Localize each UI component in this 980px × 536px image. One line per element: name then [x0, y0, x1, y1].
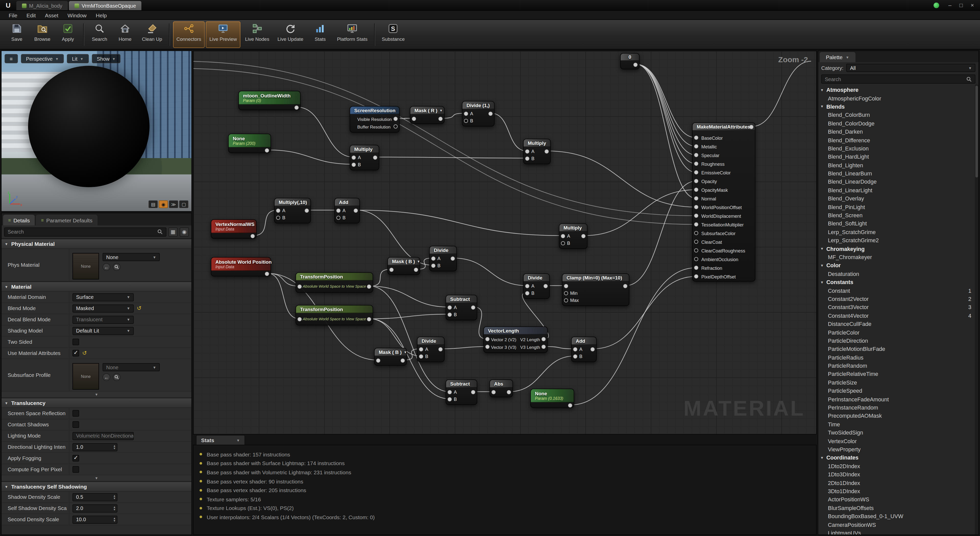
- node-tp2[interactable]: TransformPositionAbsolute World Space to…: [296, 305, 373, 325]
- node-maskb2[interactable]: Mask ( B )▼: [374, 348, 407, 366]
- section-translucency[interactable]: ▼Translucency: [2, 398, 191, 408]
- node-pin[interactable]: [431, 264, 435, 268]
- palette-item-blend-screen[interactable]: Blend_Screen: [818, 211, 978, 220]
- palette-item-actorpositionws[interactable]: ActorPositionWS: [818, 495, 978, 504]
- minimize-button[interactable]: –: [944, 1, 956, 9]
- node-sub1[interactable]: SubtractAB: [445, 295, 477, 320]
- node-pin[interactable]: [694, 222, 698, 227]
- palette-scrollbar[interactable]: [975, 85, 978, 534]
- tab-parameter-defaults[interactable]: ≡Parameter Defaults: [36, 215, 97, 225]
- node-pin[interactable]: [419, 354, 423, 358]
- palette-item-particlesize[interactable]: ParticleSize: [818, 378, 978, 387]
- toolbar-save-button[interactable]: Save: [5, 21, 29, 48]
- category-dropdown[interactable]: All ▼: [846, 64, 975, 72]
- node-pin[interactable]: [438, 117, 442, 121]
- viewport-lit-button[interactable]: Lit▼: [67, 54, 89, 63]
- node-maskr[interactable]: Mask ( R )▼: [410, 106, 445, 124]
- node-pin[interactable]: [419, 347, 423, 351]
- node-mul_b[interactable]: MultiplyAB: [523, 139, 551, 164]
- node-veclen[interactable]: VectorLengthVector 2 (V2)V2 LengthVector…: [484, 327, 548, 353]
- node-pin[interactable]: [581, 234, 585, 238]
- node-pin[interactable]: [507, 390, 511, 394]
- close-button[interactable]: ×: [967, 1, 978, 9]
- subsurface-profile-dropdown[interactable]: None▼: [103, 363, 160, 371]
- reset-to-default-icon[interactable]: ↺: [82, 350, 87, 357]
- node-pin[interactable]: [438, 347, 442, 351]
- asset-thumbnail[interactable]: None: [73, 253, 99, 279]
- palette-item-constant[interactable]: Constant1: [818, 286, 978, 295]
- palette-item-2dto1dindex[interactable]: 2Dto1DIndex: [818, 479, 978, 487]
- viewport-menu-button[interactable]: ≡: [5, 54, 18, 63]
- palette-item-blend-linearburn[interactable]: Blend_LinearBurn: [818, 169, 978, 178]
- node-clamp[interactable]: Clamp (Min=0) (Max=10)MinMax: [562, 273, 629, 306]
- node-pin[interactable]: [336, 209, 340, 212]
- palette-item-constant2vector[interactable]: Constant2Vector2: [818, 295, 978, 303]
- node-pin[interactable]: [623, 284, 627, 288]
- palette-item-constant3vector[interactable]: Constant3Vector3: [818, 303, 978, 311]
- palette-item-distancecullfade[interactable]: DistanceCullFade: [818, 320, 978, 328]
- palette-item-particlerelativetime[interactable]: ParticleRelativeTime: [818, 370, 978, 378]
- two-sided-checkbox[interactable]: ✓: [73, 339, 79, 345]
- node-div_c[interactable]: DivideAB: [429, 246, 457, 271]
- palette-item-camerapositionws[interactable]: CameraPositionWS: [818, 520, 978, 529]
- node-pin[interactable]: [568, 403, 572, 408]
- contact-shadows-checkbox[interactable]: ✓: [73, 421, 79, 428]
- node-pin[interactable]: [525, 149, 529, 154]
- node-pin[interactable]: [561, 241, 565, 245]
- node-pin[interactable]: [694, 153, 698, 157]
- toolbar-live-update-button[interactable]: Live Update: [274, 21, 307, 48]
- node-pin[interactable]: [525, 284, 529, 288]
- directional-lighting-inten-field[interactable]: 1.0▲▼: [73, 443, 118, 451]
- preview-viewport[interactable]: ≡Perspective▼Lit▼Show▼ z x y ▤◉≫▢: [1, 51, 192, 212]
- palette-section-coordinates[interactable]: ▼Coordinates: [818, 454, 978, 462]
- reset-to-default-icon[interactable]: ↺: [137, 305, 142, 312]
- node-pin[interactable]: [276, 209, 280, 212]
- palette-item-mf-chromakeyer[interactable]: MF_Chromakeyer: [818, 253, 978, 262]
- asset-tab-m-alicia-body[interactable]: M_Alicia_body: [16, 1, 68, 10]
- browse-to-asset-icon[interactable]: [113, 373, 121, 381]
- node-add2[interactable]: AddAB: [571, 336, 597, 362]
- palette-section-constants[interactable]: ▼Constants: [818, 278, 978, 286]
- palette-item-precomputedaomask[interactable]: PrecomputedAOMask: [818, 412, 978, 420]
- toolbar-stats-button[interactable]: Stats: [308, 21, 332, 48]
- node-pin[interactable]: [564, 298, 568, 303]
- palette-item-blursampleoffsets[interactable]: BlurSampleOffsets: [818, 504, 978, 512]
- palette-item-time[interactable]: Time: [818, 420, 978, 428]
- menu-asset[interactable]: Asset: [40, 12, 63, 18]
- node-pin[interactable]: [276, 216, 280, 220]
- node-pin[interactable]: [464, 112, 468, 116]
- palette-item-particlemotionblurfade[interactable]: ParticleMotionBlurFade: [818, 345, 978, 353]
- self-shadow-density-sca-field[interactable]: 2.0▲▼: [73, 504, 118, 512]
- node-pin[interactable]: [694, 136, 698, 140]
- palette-item-blend-pinlight[interactable]: Blend_PinLight: [818, 203, 978, 211]
- node-pin[interactable]: [431, 257, 435, 261]
- palette-item-blend-overlay[interactable]: Blend_Overlay: [818, 194, 978, 203]
- node-pin[interactable]: [298, 317, 302, 321]
- palette-item-blend-darken[interactable]: Blend_Darken: [818, 127, 978, 136]
- toolbar-clean-up-button[interactable]: Clean Up: [138, 21, 165, 48]
- section-physical-material[interactable]: ▼Physical Material: [2, 239, 191, 249]
- node-pin[interactable]: [694, 231, 698, 235]
- node-pin[interactable]: [471, 306, 475, 309]
- palette-item-particleradius[interactable]: ParticleRadius: [818, 353, 978, 362]
- node-pin[interactable]: [354, 209, 358, 212]
- material-domain-dropdown[interactable]: Surface▼: [73, 293, 134, 301]
- palette-item-particlespeed[interactable]: ParticleSpeed: [818, 387, 978, 395]
- node-p_outline[interactable]: mtoon_OutlineWidthParam (0): [239, 91, 301, 110]
- palette-section-chromakeying[interactable]: ▼Chromakeying: [818, 244, 978, 253]
- advanced-expander[interactable]: ▼: [2, 475, 191, 481]
- node-pin[interactable]: [694, 144, 698, 148]
- menu-file[interactable]: File: [4, 12, 22, 18]
- decal-blend-mode-dropdown[interactable]: Translucent▼: [73, 316, 134, 324]
- property-matrix-icon[interactable]: ▦: [169, 227, 178, 236]
- scrollbar-thumb[interactable]: [975, 86, 978, 178]
- palette-item-constant4vector[interactable]: Constant4Vector4: [818, 311, 978, 320]
- palette-item-particledirection[interactable]: ParticleDirection: [818, 336, 978, 345]
- node-pin[interactable]: [352, 163, 356, 167]
- screen-space-reflection-checkbox[interactable]: ✓: [73, 410, 79, 417]
- section-translucency-self-shadowing[interactable]: ▼Translucency Self Shadowing: [2, 481, 191, 492]
- menu-window[interactable]: Window: [63, 12, 91, 18]
- node-pin[interactable]: [448, 397, 452, 401]
- use-selected-icon[interactable]: ←: [103, 373, 110, 381]
- toolbar-connectors-button[interactable]: Connectors: [173, 21, 205, 48]
